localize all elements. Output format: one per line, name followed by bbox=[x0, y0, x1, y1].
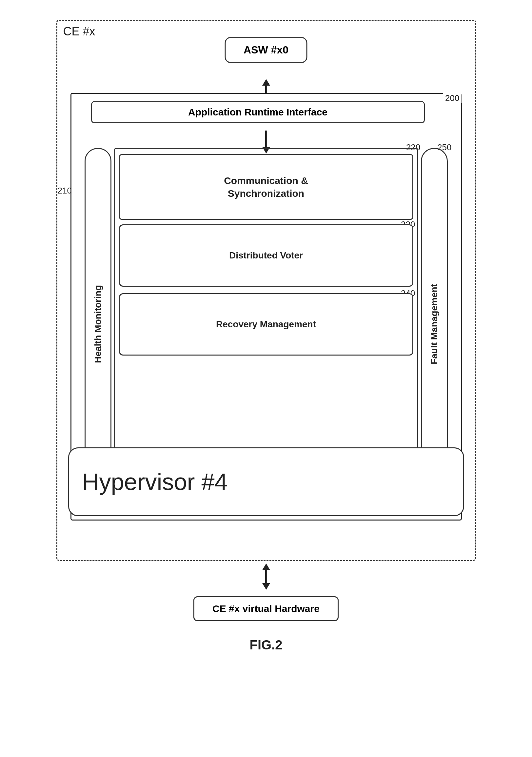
ari-box: Application Runtime Interface bbox=[91, 101, 425, 123]
ce-label: CE #x bbox=[63, 25, 96, 38]
asw-box: ASW #x0 bbox=[225, 37, 307, 63]
label-200: 200 bbox=[443, 93, 461, 103]
comm-sync-label: Communication &Synchronization bbox=[224, 174, 308, 200]
svg-marker-0 bbox=[262, 79, 270, 86]
asw-label: ASW #x0 bbox=[243, 44, 289, 56]
hypervisor-box: Hypervisor #4 bbox=[68, 447, 464, 516]
distributed-voter-label: Distributed Voter bbox=[229, 250, 303, 261]
hyp-vhw-arrow bbox=[261, 563, 271, 590]
distributed-voter-box: Distributed Voter bbox=[119, 224, 413, 287]
svg-marker-5 bbox=[262, 563, 270, 570]
vhw-box: CE #x virtual Hardware bbox=[193, 596, 339, 621]
fig-caption: FIG.2 bbox=[249, 638, 282, 652]
vhw-container: CE #x virtual Hardware bbox=[193, 596, 339, 621]
comm-sync-box: Communication &Synchronization bbox=[119, 154, 413, 220]
vhw-label: CE #x virtual Hardware bbox=[212, 603, 320, 614]
ce-outer-box: CE #x ASW #x0 200 Application Runtime In… bbox=[56, 20, 476, 561]
label-210: 210 bbox=[58, 186, 72, 196]
health-monitoring-label: Health Monitoring bbox=[93, 285, 103, 363]
recovery-management-box: Recovery Management bbox=[119, 293, 413, 355]
recovery-management-label: Recovery Management bbox=[216, 319, 316, 330]
svg-marker-7 bbox=[262, 583, 270, 590]
hypervisor-label: Hypervisor #4 bbox=[82, 469, 228, 495]
svg-rect-6 bbox=[265, 569, 267, 584]
fault-management-label: Fault Management bbox=[429, 284, 439, 364]
page-container: CE #x ASW #x0 200 Application Runtime In… bbox=[0, 0, 532, 757]
label-250: 250 bbox=[437, 142, 451, 153]
ari-label: Application Runtime Interface bbox=[188, 106, 327, 117]
ftfwk-container: 200 Application Runtime Interface 210 He… bbox=[70, 93, 462, 521]
svg-rect-3 bbox=[265, 131, 267, 148]
